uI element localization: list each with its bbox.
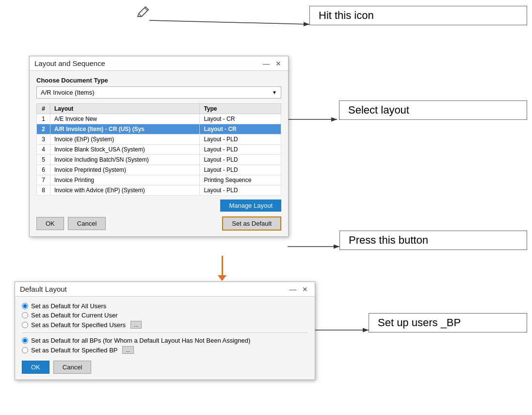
table-row[interactable]: 5 Invoice Including Batch/SN (System) La… [37, 155, 281, 165]
press-button-label: Press this button [349, 234, 428, 246]
las-titlebar: Layout and Sequence — ✕ [30, 56, 288, 71]
user-radio-label-2: Set as Default for Specified Users [31, 321, 126, 329]
row-num: 7 [37, 175, 50, 185]
dropdown-arrow-icon: ▼ [272, 90, 277, 95]
hit-icon-callout: Hit this icon [309, 6, 527, 25]
edit-icon[interactable] [136, 6, 149, 19]
table-row[interactable]: 3 Invoice (EhP) (System) Layout - PLD [37, 134, 281, 145]
row-type: Layout - PLD [200, 185, 281, 196]
row-type: Layout - PLD [200, 134, 281, 145]
row-type: Layout - CR [200, 124, 281, 134]
row-type: Layout - CR [200, 114, 281, 124]
dl-ok-button[interactable]: OK [22, 361, 49, 374]
user-radio-1[interactable] [22, 312, 28, 318]
dl-minimize-btn[interactable]: — [288, 285, 298, 293]
dl-title: Default Layout [20, 285, 67, 293]
las-button-row: OK Cancel Set as Default [36, 216, 281, 231]
bp-radio-row: Set as Default for all BPs (for Whom a D… [22, 337, 308, 344]
user-radio-row: Set as Default for Specified Users ... [22, 321, 308, 329]
row-type: Layout - PLD [200, 145, 281, 155]
row-num: 6 [37, 165, 50, 175]
ok-button[interactable]: OK [36, 217, 64, 230]
layout-table: # Layout Type 1 A/E Invoice New Layout -… [36, 103, 281, 196]
layout-sequence-dialog: Layout and Sequence — ✕ Choose Document … [29, 56, 289, 237]
dl-cancel-button[interactable]: Cancel [53, 361, 91, 374]
choose-doc-type-label: Choose Document Type [36, 77, 281, 84]
svg-line-0 [149, 20, 309, 24]
default-layout-dialog: Default Layout — ✕ Set as Default for Al… [15, 282, 315, 380]
select-layout-label: Select layout [348, 104, 409, 116]
doc-type-dropdown[interactable]: A/R Invoice (Items) ▼ [36, 86, 281, 99]
row-layout: Invoice (EhP) (System) [50, 134, 200, 145]
bp-radio-1[interactable] [22, 347, 28, 353]
bp-ellipsis-btn[interactable]: ... [122, 346, 133, 354]
user-radio-group: Set as Default for All Users Set as Defa… [22, 302, 308, 329]
press-button-callout: Press this button [339, 231, 527, 250]
dl-controls: — ✕ [288, 285, 310, 293]
table-row[interactable]: 6 Invoice Preprinted (System) Layout - P… [37, 165, 281, 175]
user-ellipsis-btn[interactable]: ... [130, 321, 142, 329]
manage-layout-button[interactable]: Manage Layout [220, 199, 281, 212]
table-row[interactable]: 8 Invoice with Advice (EhP) (System) Lay… [37, 185, 281, 196]
dl-button-row: OK Cancel [22, 361, 308, 374]
orange-down-arrow [217, 256, 227, 281]
set-users-callout: Set up users _BP [369, 313, 527, 332]
dl-close-btn[interactable]: ✕ [300, 285, 310, 293]
row-layout: Invoice with Advice (EhP) (System) [50, 185, 200, 196]
table-header-row: # Layout Type [37, 104, 281, 114]
row-num: 5 [37, 155, 50, 165]
bp-radio-label-0: Set as Default for all BPs (for Whom a D… [31, 337, 250, 344]
table-row[interactable]: 1 A/E Invoice New Layout - CR [37, 114, 281, 124]
row-layout: Invoice Printing [50, 175, 200, 185]
col-num: # [37, 104, 50, 114]
select-layout-callout: Select layout [339, 100, 527, 120]
dl-titlebar: Default Layout — ✕ [15, 282, 315, 297]
edit-icon-area [136, 6, 149, 21]
las-controls: — ✕ [261, 60, 283, 67]
hit-icon-label: Hit this icon [319, 9, 374, 21]
user-radio-row: Set as Default for All Users [22, 302, 308, 310]
col-layout: Layout [50, 104, 200, 114]
row-layout: A/E Invoice New [50, 114, 200, 124]
user-radio-label-0: Set as Default for All Users [31, 302, 106, 310]
row-layout: A/R Invoice (Item) - CR (US) (Sys [50, 124, 200, 134]
set-users-label: Set up users _BP [378, 316, 461, 329]
bp-radio-group: Set as Default for all BPs (for Whom a D… [22, 337, 308, 354]
las-title: Layout and Sequence [34, 59, 105, 67]
las-close-btn[interactable]: ✕ [274, 60, 283, 67]
row-type: Printing Sequence [200, 175, 281, 185]
row-num: 1 [37, 114, 50, 124]
row-type: Layout - PLD [200, 165, 281, 175]
row-layout: Invoice Preprinted (System) [50, 165, 200, 175]
row-num: 2 [37, 124, 50, 134]
row-num: 3 [37, 134, 50, 145]
bp-radio-label-1: Set as Default for Specified BP [31, 347, 117, 354]
bp-radio-0[interactable] [22, 337, 28, 344]
col-type: Type [200, 104, 281, 114]
user-radio-0[interactable] [22, 303, 28, 309]
user-radio-2[interactable] [22, 322, 28, 328]
divider [22, 332, 308, 333]
bp-radio-row: Set as Default for Specified BP ... [22, 346, 308, 354]
user-radio-label-1: Set as Default for Current User [31, 312, 117, 319]
row-layout: Invoice Blank Stock_USA (System) [50, 145, 200, 155]
table-row[interactable]: 4 Invoice Blank Stock_USA (System) Layou… [37, 145, 281, 155]
las-body: Choose Document Type A/R Invoice (Items)… [30, 71, 288, 236]
row-type: Layout - PLD [200, 155, 281, 165]
row-layout: Invoice Including Batch/SN (System) [50, 155, 200, 165]
table-row[interactable]: 2 A/R Invoice (Item) - CR (US) (Sys Layo… [37, 124, 281, 134]
doc-type-value: A/R Invoice (Items) [41, 89, 95, 96]
row-num: 8 [37, 185, 50, 196]
dl-body: Set as Default for All Users Set as Defa… [15, 297, 315, 380]
cancel-button[interactable]: Cancel [68, 217, 106, 230]
table-row[interactable]: 7 Invoice Printing Printing Sequence [37, 175, 281, 185]
las-minimize-btn[interactable]: — [261, 60, 272, 67]
user-radio-row: Set as Default for Current User [22, 312, 308, 319]
row-num: 4 [37, 145, 50, 155]
set-as-default-button[interactable]: Set as Default [222, 216, 281, 231]
